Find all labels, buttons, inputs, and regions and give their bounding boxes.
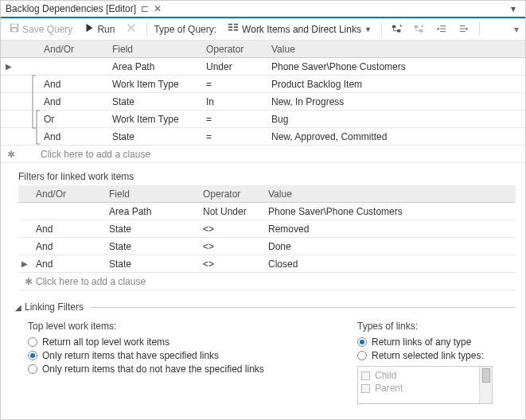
tree-remove-button[interactable]: × — [411, 22, 428, 37]
query-type-dropdown[interactable]: Work Items and Direct Links ▼ — [224, 21, 375, 37]
operator-cell[interactable]: <> — [203, 241, 268, 252]
scroll-thumb[interactable] — [482, 368, 490, 383]
svg-rect-13 — [397, 29, 400, 33]
operator-cell[interactable]: = — [206, 114, 271, 125]
svg-rect-10 — [234, 26, 238, 28]
new-clause-row[interactable]: ✱ Click here to add a clause — [1, 146, 525, 163]
linked-clause-row[interactable]: AndState<>Removed — [18, 220, 516, 238]
andor-cell[interactable]: And — [41, 131, 112, 142]
type-of-query-label: Type of Query: — [154, 24, 216, 35]
operator-cell[interactable]: <> — [203, 224, 268, 235]
link-types-list: Child Parent — [357, 366, 493, 404]
andor-cell[interactable]: Or — [41, 114, 112, 125]
header-value: Value — [271, 44, 525, 55]
svg-text:+: + — [399, 24, 402, 29]
svg-marker-25 — [466, 27, 468, 30]
tab-menu-icon[interactable]: ▾ — [511, 3, 520, 14]
grid-header: And/Or Field Operator Value — [1, 41, 525, 58]
field-cell[interactable]: State — [112, 131, 206, 142]
value-cell[interactable]: Product Backlog Item — [271, 79, 525, 90]
andor-cell[interactable]: And — [33, 224, 109, 235]
value-cell[interactable]: Removed — [268, 224, 516, 235]
field-cell[interactable]: Area Path — [112, 61, 206, 72]
radio-only-without-links[interactable]: Only return items that do not have the s… — [28, 364, 338, 375]
row-marker-icon: ▶ — [21, 259, 28, 268]
linked-grid-header: And/Or Field Operator Value — [18, 185, 516, 203]
operator-cell[interactable]: = — [206, 131, 271, 142]
field-cell[interactable]: Area Path — [109, 206, 203, 217]
value-cell[interactable]: New, Approved, Committed — [271, 131, 525, 142]
run-button[interactable]: Run — [80, 21, 118, 37]
outdent-button[interactable] — [433, 22, 450, 37]
field-cell[interactable]: State — [109, 224, 203, 235]
editor-tab[interactable]: Backlog Dependencies [Editor] ⊏ ✕ — [1, 1, 166, 17]
play-icon — [84, 22, 95, 36]
delete-icon — [126, 22, 137, 36]
chevron-down-icon: ▼ — [364, 25, 372, 33]
clause-row[interactable]: AndState=New, Approved, Committed — [1, 128, 525, 146]
new-clause-label: Click here to add a clause — [41, 149, 525, 160]
value-cell[interactable]: Done — [268, 241, 516, 252]
value-cell[interactable]: Phone Saver\Phone Customers — [268, 206, 516, 217]
query-type-icon — [228, 22, 239, 36]
value-cell[interactable]: Closed — [268, 259, 516, 270]
linked-clause-row[interactable]: Area PathNot UnderPhone Saver\Phone Cust… — [18, 203, 516, 220]
svg-rect-12 — [392, 25, 395, 28]
new-row-icon: ✱ — [18, 276, 33, 287]
radio-any-link-type[interactable]: Return links of any type — [357, 336, 493, 348]
linked-new-clause-row[interactable]: ✱ Click here to add a clause — [18, 273, 516, 290]
svg-text:×: × — [421, 24, 424, 29]
toolbar: Save Query Run Type of Query: Work Items… — [1, 18, 525, 41]
field-cell[interactable]: Work Item Type — [112, 114, 206, 125]
clause-row[interactable]: OrWork Item Type=Bug — [1, 111, 525, 128]
field-cell[interactable]: Work Item Type — [112, 79, 206, 90]
pin-icon[interactable]: ⊏ — [141, 3, 149, 14]
field-cell[interactable]: State — [109, 259, 203, 270]
radio-selected-link-types[interactable]: Return selected link types: — [357, 350, 493, 361]
radio-icon — [28, 337, 37, 347]
field-cell[interactable]: State — [112, 96, 206, 107]
tab-bar: Backlog Dependencies [Editor] ⊏ ✕ ▾ — [1, 1, 525, 18]
delete-button[interactable] — [123, 21, 140, 37]
link-type-parent: Parent — [361, 383, 476, 394]
clause-row[interactable]: AndWork Item Type=Product Backlog Item — [1, 76, 525, 93]
svg-rect-6 — [228, 24, 232, 25]
linked-clause-row[interactable]: ▶AndState<>Closed — [18, 255, 516, 273]
radio-return-all[interactable]: Return all top level work items — [28, 336, 338, 348]
field-cell[interactable]: State — [109, 241, 203, 252]
svg-rect-1 — [12, 25, 18, 28]
andor-cell[interactable]: And — [41, 79, 112, 90]
linked-clause-row[interactable]: AndState<>Done — [18, 238, 516, 255]
toolbar-overflow-icon[interactable]: ▾ — [508, 24, 519, 35]
clause-row[interactable]: ▶Area PathUnderPhone Saver\Phone Custome… — [1, 58, 525, 76]
tree-add-button[interactable]: + — [388, 22, 406, 37]
operator-cell[interactable]: In — [206, 96, 271, 107]
query-type-value: Work Items and Direct Links — [242, 24, 361, 35]
radio-icon — [357, 337, 367, 347]
indent-button[interactable] — [455, 22, 473, 37]
radio-only-with-links[interactable]: Only return items that have specified li… — [28, 350, 338, 361]
operator-cell[interactable]: <> — [203, 259, 268, 270]
row-marker-icon: ▶ — [6, 62, 12, 71]
andor-cell[interactable]: And — [41, 96, 112, 107]
linking-filters-header[interactable]: ◢ Linking Filters — [15, 301, 516, 313]
operator-cell[interactable]: = — [206, 79, 271, 90]
svg-rect-11 — [234, 29, 238, 31]
header-operator: Operator — [206, 44, 271, 55]
andor-cell[interactable]: And — [33, 241, 109, 252]
andor-cell[interactable]: And — [33, 259, 109, 270]
close-icon[interactable]: ✕ — [154, 3, 162, 14]
clause-row[interactable]: AndStateInNew, In Progress — [1, 93, 525, 111]
new-clause-label: Click here to add a clause — [33, 276, 516, 287]
link-type-child: Child — [361, 370, 476, 381]
value-cell[interactable]: New, In Progress — [271, 96, 525, 107]
collapse-icon: ◢ — [15, 303, 21, 312]
checkbox-icon — [361, 371, 370, 380]
value-cell[interactable]: Bug — [271, 114, 525, 125]
save-query-button[interactable]: Save Query — [6, 21, 76, 37]
value-cell[interactable]: Phone Saver\Phone Customers — [271, 61, 525, 72]
radio-icon — [28, 351, 37, 360]
operator-cell[interactable]: Not Under — [203, 206, 268, 217]
scrollbar[interactable] — [479, 367, 492, 403]
operator-cell[interactable]: Under — [206, 61, 271, 72]
